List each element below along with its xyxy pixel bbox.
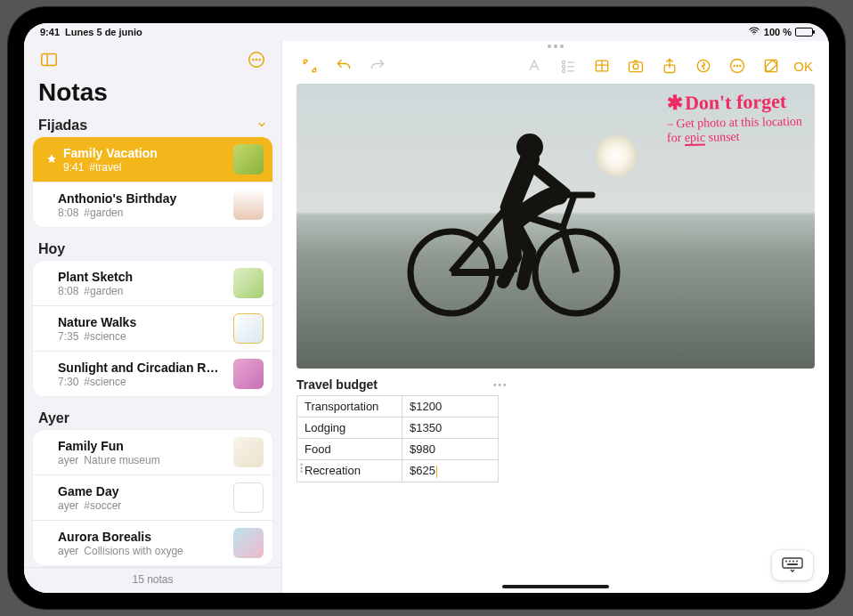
section-yesterday-label: Ayer (38, 410, 69, 426)
note-title: Plant Sketch (58, 270, 224, 284)
markup-button[interactable] (688, 53, 719, 79)
battery-percent: 100 % (764, 27, 792, 37)
note-thumbnail (233, 190, 264, 220)
note-row-anthonios-birthday[interactable]: Anthonio's Birthday 8:08 #garden (33, 182, 272, 227)
note-row-aurora[interactable]: Aurora Borealis ayerCollisions with oxyg… (33, 521, 272, 565)
hand-line3a: for (667, 131, 685, 144)
table-row[interactable]: Food$980 (297, 439, 499, 460)
section-yesterday: Ayer (24, 405, 281, 430)
note-time: 8:08 (58, 285, 78, 297)
share-button[interactable] (654, 53, 685, 79)
note-time: 8:08 (58, 207, 78, 219)
table-row[interactable]: Transportation$1200 (297, 396, 499, 417)
hand-line2: Get photo at this location (676, 115, 802, 130)
note-tag: Nature museum (84, 454, 159, 466)
text-format-button[interactable] (519, 53, 549, 79)
camera-button[interactable] (621, 53, 651, 79)
cell-label[interactable]: Lodging (297, 417, 402, 439)
note-time: 7:35 (58, 330, 78, 343)
checklist-button[interactable] (553, 53, 583, 79)
table-column-handle[interactable]: ••• (493, 380, 508, 390)
note-title: Sunlight and Circadian Rhy… (58, 361, 224, 375)
note-title: Family Vacation (63, 146, 224, 160)
hand-line3c: sunset (705, 130, 740, 144)
text-cursor (436, 466, 438, 478)
done-button[interactable]: OK (790, 59, 816, 74)
note-toolbar: OK (282, 48, 829, 84)
svg-point-6 (563, 61, 565, 63)
hand-line1: Don't forget (685, 90, 787, 114)
cell-value[interactable]: $1200 (402, 396, 499, 417)
toggle-sidebar-button[interactable] (37, 47, 61, 72)
section-today-label: Hoy (38, 241, 65, 257)
wifi-icon (748, 25, 760, 40)
svg-point-8 (563, 65, 565, 68)
note-time: 9:41 (63, 161, 84, 174)
note-row-family-fun[interactable]: Family Fun ayerNature museum (33, 430, 272, 475)
svg-point-16 (633, 64, 638, 69)
note-title: Nature Walks (58, 315, 224, 329)
note-time: 7:30 (58, 376, 78, 388)
note-row-family-vacation[interactable]: Family Vacation 9:41 #travel (33, 137, 272, 182)
note-content[interactable]: ✱Don't forget – Get photo at this locati… (282, 84, 829, 593)
cell-label[interactable]: Recreation (297, 460, 402, 482)
svg-point-5 (259, 59, 260, 60)
table-button[interactable] (587, 53, 617, 79)
svg-point-3 (253, 59, 254, 60)
cell-value[interactable]: $980 (402, 439, 499, 460)
note-title: Anthonio's Birthday (58, 191, 224, 206)
note-thumbnail (233, 144, 264, 174)
cell-value[interactable]: $1350 (402, 417, 499, 439)
cell-label[interactable]: Food (297, 439, 402, 460)
chevron-down-icon (256, 118, 267, 133)
note-thumbnail (233, 359, 264, 389)
note-row-sunlight[interactable]: Sunlight and Circadian Rhy… 7:30#science (33, 352, 272, 396)
sidebar-toolbar (24, 41, 281, 78)
home-indicator[interactable] (502, 585, 609, 588)
cyclist-silhouette (380, 108, 647, 321)
svg-point-22 (740, 66, 741, 67)
cell-label[interactable]: Transportation (297, 396, 402, 417)
handwriting-annotation: ✱Don't forget – Get photo at this locati… (667, 91, 802, 144)
section-pinned-label: Fijadas (38, 118, 87, 134)
note-tag: #travel (89, 161, 121, 174)
expand-button[interactable] (295, 53, 325, 79)
dismiss-keyboard-button[interactable] (772, 550, 813, 580)
note-time: ayer (58, 499, 78, 512)
table-row[interactable]: Lodging$1350 (297, 417, 499, 439)
budget-table-wrap: Travel budget ••• ••• Transportation$120… (297, 377, 815, 482)
battery-icon (795, 28, 813, 36)
note-title: Game Day (58, 484, 224, 498)
note-row-plant-sketch[interactable]: Plant Sketch 8:08#garden (33, 261, 272, 306)
sidebar-title: Notas (24, 78, 281, 112)
table-row-handle[interactable]: ••• (300, 463, 304, 474)
note-row-nature-walks[interactable]: Nature Walks 7:35#science (33, 306, 272, 352)
note-photo[interactable]: ✱Don't forget – Get photo at this locati… (297, 84, 815, 369)
note-time: ayer (58, 545, 78, 557)
note-title: Family Fun (58, 439, 224, 453)
note-time: ayer (58, 454, 78, 466)
note-tag: #garden (84, 207, 123, 219)
hand-line3b: epic (685, 131, 706, 146)
svg-point-10 (563, 69, 565, 72)
section-pinned[interactable]: Fijadas (24, 112, 281, 137)
note-tag: #soccer (84, 499, 121, 512)
more-options-button[interactable] (244, 47, 269, 72)
ipad-frame: 9:41 Lunes 5 de junio 100 % (8, 7, 845, 609)
cell-value[interactable]: $625 (402, 460, 499, 482)
compose-button[interactable] (756, 53, 786, 79)
status-bar: 9:41 Lunes 5 de junio 100 % (24, 23, 829, 41)
table-row[interactable]: Recreation$625 (297, 460, 499, 482)
yesterday-group: Family Fun ayerNature museum Game Day ay… (33, 430, 272, 565)
note-row-game-day[interactable]: Game Day ayer#soccer (33, 475, 272, 521)
screen: 9:41 Lunes 5 de junio 100 % (24, 23, 829, 593)
more-button[interactable] (722, 53, 752, 79)
status-date: Lunes 5 de junio (65, 27, 142, 37)
status-time: 9:41 (40, 27, 60, 37)
budget-table[interactable]: Transportation$1200 Lodging$1350 Food$98… (297, 395, 499, 482)
note-editor: OK (282, 41, 829, 593)
note-title: Aurora Borealis (58, 530, 224, 544)
table-title: Travel budget (297, 377, 378, 392)
undo-button[interactable] (329, 53, 359, 79)
svg-point-4 (256, 59, 256, 60)
